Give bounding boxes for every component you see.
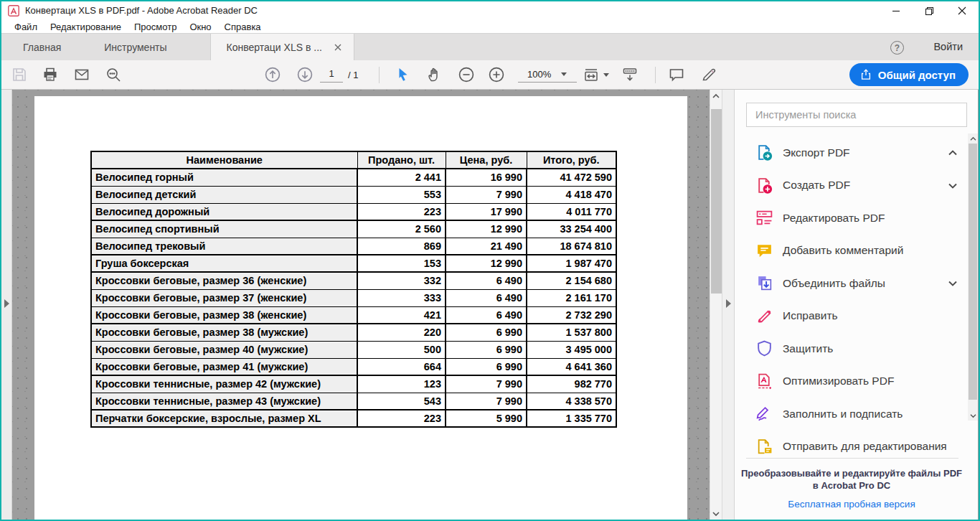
previous-page-icon[interactable] [262, 64, 283, 85]
table-row: Груша боксерская15312 9901 987 470 [91, 255, 616, 272]
table-row: Кроссовки беговые, размер 36 (женские)33… [91, 272, 616, 289]
sidebar-tool-export-pdf[interactable]: Экспорт PDF [735, 136, 969, 169]
scroll-up-icon[interactable] [710, 90, 722, 102]
table-cell-name: Кроссовки беговые, размер 38 (мужские) [91, 324, 357, 341]
page-count-label: / 1 [348, 70, 358, 80]
menu-item-file[interactable]: Файл [8, 22, 44, 32]
toolbar-divider [379, 67, 380, 83]
zoom-in-icon[interactable] [486, 64, 507, 85]
table-cell-sold: 553 [357, 186, 446, 203]
table-row: Кроссовки беговые, размер 38 (мужские)22… [91, 324, 616, 341]
window-title: Конвертаци XLS в PDF.pdf - Adobe Acrobat… [25, 5, 258, 16]
email-icon[interactable] [71, 64, 93, 85]
table-cell-name: Велосипед трековый [91, 238, 357, 255]
hand-tool-icon[interactable] [424, 64, 446, 85]
tool-label: Экспорт PDF [783, 146, 850, 159]
table-cell-total: 4 338 570 [527, 393, 616, 410]
table-cell-name: Велосипед спортивный [91, 220, 357, 238]
scrolling-mode-icon[interactable] [619, 64, 641, 85]
help-icon[interactable]: ? [890, 41, 904, 55]
scrollbar-thumb[interactable] [711, 109, 722, 294]
chevron-down-icon[interactable] [947, 180, 958, 192]
tool-label: Оптимизировать PDF [783, 375, 894, 388]
chevron-down-icon[interactable] [947, 278, 958, 289]
zoom-level-dropdown[interactable]: 100% [518, 67, 577, 83]
table-cell-name: Груша боксерская [91, 255, 357, 272]
table-cell-total: 1 335 770 [527, 410, 616, 427]
table-cell-price: 6 490 [446, 306, 527, 324]
menu-item-window[interactable]: Окно [183, 22, 217, 32]
tool-label: Добавить комментарий [783, 244, 903, 257]
chevron-up-icon[interactable] [947, 147, 958, 159]
menu-item-view[interactable]: Просмотр [128, 22, 183, 32]
collapse-tools-pane-icon[interactable] [726, 299, 731, 308]
tab-document[interactable]: Конвертаци XLS в ... [210, 34, 354, 60]
close-icon[interactable] [946, 1, 979, 20]
sidebar-tool-add-comment[interactable]: Добавить комментарий [735, 235, 969, 268]
select-tool-icon[interactable] [392, 64, 414, 85]
zoom-out-icon[interactable] [456, 64, 477, 85]
tab-tools[interactable]: Инструменты [83, 34, 188, 60]
table-cell-price: 5 990 [446, 410, 527, 427]
table-row: Кроссовки беговые, размер 40 (мужские)50… [91, 341, 616, 358]
sidebar-tool-fix[interactable]: Исправить [735, 300, 969, 333]
table-cell-price: 6 990 [446, 324, 527, 341]
print-icon[interactable] [39, 64, 61, 85]
acrobat-app-icon [8, 5, 19, 17]
expand-left-panel-icon[interactable] [4, 299, 9, 308]
sidebar-scrollbar[interactable] [968, 133, 978, 421]
tab-bar: Главная Инструменты Конвертаци XLS в ...… [1, 33, 979, 60]
sidebar-tool-combine-files[interactable]: Объединить файлы [735, 267, 969, 300]
tools-list: Экспорт PDFСоздать PDFРедактировать PDFД… [735, 136, 969, 463]
save-icon[interactable] [9, 64, 30, 85]
scroll-up-icon[interactable] [968, 133, 978, 144]
create-pdf-icon [755, 177, 773, 194]
scroll-down-icon[interactable] [968, 410, 978, 421]
combine-files-icon [755, 274, 773, 292]
edit-pdf-icon [755, 209, 773, 227]
sidebar-tool-protect[interactable]: Защитить [735, 332, 969, 365]
fill-sign-icon [755, 405, 773, 423]
table-header-cell: Наименование [91, 151, 357, 169]
close-tab-icon[interactable] [334, 43, 342, 52]
scrollbar-thumb[interactable] [969, 144, 977, 400]
scroll-down-icon[interactable] [710, 507, 722, 520]
sign-in-link[interactable]: Войти [933, 41, 963, 52]
page-number-input[interactable]: 1 [320, 67, 343, 83]
minimize-icon[interactable] [880, 1, 913, 20]
table-cell-total: 41 472 590 [527, 169, 616, 186]
fit-width-icon[interactable] [580, 64, 602, 85]
next-page-icon[interactable] [294, 64, 316, 85]
restore-icon[interactable] [913, 1, 946, 20]
search-icon[interactable] [103, 64, 124, 85]
comment-icon[interactable] [666, 64, 687, 85]
document-viewport: НаименованиеПродано, шт.Цена, руб.Итого,… [12, 90, 710, 520]
table-cell-name: Кроссовки беговые, размер 37 (женские) [91, 289, 357, 306]
tab-home[interactable]: Главная [1, 34, 83, 60]
promo-text-line1: Преобразовывайте и редактируйте файлы PD… [735, 467, 969, 479]
table-header-cell: Цена, руб. [446, 151, 527, 169]
share-button-label: Общий доступ [878, 69, 956, 81]
menu-item-edit[interactable]: Редактирование [44, 22, 128, 32]
table-cell-total: 2 161 170 [527, 289, 616, 306]
menu-item-help[interactable]: Справка [218, 22, 268, 32]
fit-width-chevron-icon[interactable] [603, 73, 609, 77]
sidebar-tool-create-pdf[interactable]: Создать PDF [735, 169, 969, 202]
tool-label: Исправить [783, 309, 838, 322]
share-button[interactable]: Общий доступ [849, 63, 969, 86]
sidebar-tool-fill-sign[interactable]: Заполнить и подписать [735, 398, 969, 431]
table-cell-price: 6 490 [446, 272, 527, 289]
main-area: НаименованиеПродано, шт.Цена, руб.Итого,… [1, 90, 979, 520]
table-cell-name: Велосипед дорожный [91, 203, 357, 220]
highlighter-icon[interactable] [698, 64, 720, 85]
table-cell-price: 7 990 [446, 393, 527, 410]
table-cell-name: Кроссовки беговые, размер 36 (женские) [91, 272, 357, 289]
search-tools-input[interactable] [746, 103, 967, 127]
table-cell-price: 7 990 [446, 186, 527, 203]
table-cell-price: 12 990 [446, 255, 527, 272]
sidebar-tool-edit-pdf[interactable]: Редактировать PDF [735, 202, 969, 235]
sidebar-tool-optimize-pdf[interactable]: Оптимизировать PDF [735, 365, 969, 398]
document-scrollbar[interactable] [710, 90, 722, 520]
free-trial-link[interactable]: Бесплатная пробная версия [788, 499, 915, 510]
table-cell-price: 6 990 [446, 341, 527, 358]
